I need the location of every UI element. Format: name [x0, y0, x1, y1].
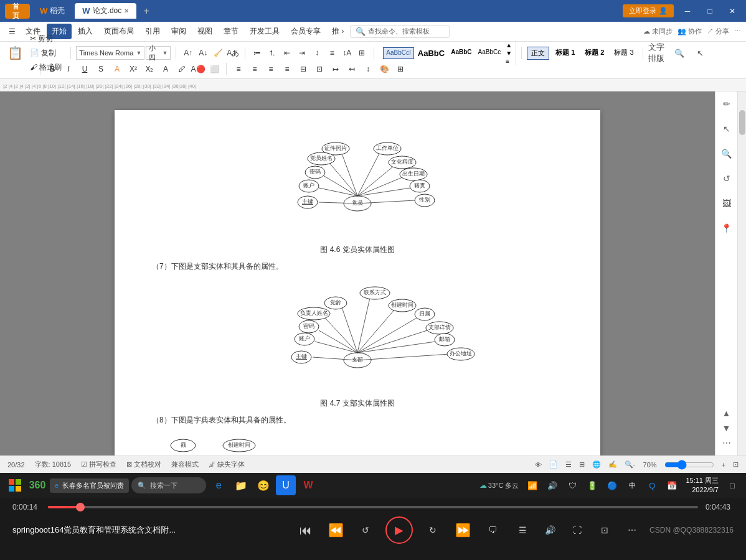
- taskbar-360-icon[interactable]: 360: [27, 475, 47, 495]
- align-center-btn[interactable]: ≡: [248, 62, 262, 76]
- menu-push[interactable]: 推 ›: [327, 24, 349, 39]
- indent-right-btn[interactable]: ⇥: [295, 46, 309, 60]
- font-larger-btn[interactable]: A↑: [181, 46, 195, 60]
- tab-doc[interactable]: W 论文.doc ✕: [75, 3, 136, 19]
- indent-left-btn[interactable]: ⇤: [280, 46, 294, 60]
- pip-btn[interactable]: ⊡: [595, 520, 615, 540]
- copy-btn[interactable]: 📄 复制: [26, 47, 65, 60]
- fast-forward-btn[interactable]: ⏩: [453, 520, 473, 540]
- menu-insert[interactable]: 插入: [73, 24, 98, 39]
- network-icon[interactable]: 📶: [524, 477, 541, 494]
- page-layout-icon[interactable]: ⊞: [579, 460, 585, 469]
- right-image-icon[interactable]: 🖼: [719, 196, 734, 211]
- cut-btn[interactable]: ✂ 剪切: [26, 32, 65, 45]
- style-h2[interactable]: 标题 2: [581, 47, 608, 60]
- styles-up-btn[interactable]: ▲: [506, 42, 512, 49]
- login-button[interactable]: 立即登录 👤: [623, 4, 674, 17]
- tab-wps[interactable]: W 稻壳: [32, 3, 72, 19]
- italic-btn[interactable]: I: [62, 62, 75, 76]
- menu-ref[interactable]: 引用: [140, 24, 165, 39]
- doc-check[interactable]: ⊠ 文档校对: [126, 460, 161, 469]
- close-btn[interactable]: ✕: [724, 2, 741, 20]
- right-edit-icon[interactable]: ✏: [719, 96, 734, 111]
- underline-btn[interactable]: U: [78, 62, 92, 76]
- taskbar-folder-icon[interactable]: 📁: [231, 475, 251, 495]
- fit-page-icon[interactable]: ⊡: [733, 460, 739, 469]
- bold-btn[interactable]: B: [45, 62, 59, 76]
- style-h1[interactable]: 标题 1: [552, 47, 578, 60]
- outline-icon[interactable]: ☰: [565, 460, 572, 469]
- superscript-btn[interactable]: X²: [126, 62, 140, 76]
- taskbar-emoji-icon[interactable]: 😊: [253, 475, 273, 495]
- subscript-btn[interactable]: X₂: [143, 62, 156, 76]
- clock[interactable]: 15:11 周三 2022/9/7: [686, 476, 719, 495]
- table-borders-btn[interactable]: ⊞: [394, 62, 407, 76]
- outdent-btn[interactable]: ↤: [345, 62, 359, 76]
- maximize-btn[interactable]: □: [701, 2, 719, 20]
- show-desktop-btn[interactable]: □: [724, 477, 741, 494]
- distribute-btn[interactable]: ⊟: [296, 62, 310, 76]
- right-more-icon[interactable]: ⋯: [719, 436, 734, 450]
- style-preview-area[interactable]: AaBbCcI AaBbC AaBbC AaBbCc: [383, 47, 503, 59]
- taskbar-search[interactable]: 🔍 搜索一下: [131, 477, 206, 493]
- meeting-icon[interactable]: 📅: [663, 477, 681, 494]
- font-smaller-btn[interactable]: A↓: [196, 46, 210, 60]
- subtitles-btn[interactable]: 🗨: [483, 520, 503, 540]
- pen-icon[interactable]: ✍: [608, 460, 617, 469]
- battery-icon[interactable]: 🔋: [583, 477, 601, 494]
- speaker-icon[interactable]: 🔊: [544, 477, 561, 494]
- start-btn[interactable]: [5, 475, 25, 495]
- sort-btn[interactable]: ↕A: [340, 46, 354, 60]
- loop-btn[interactable]: ↺: [356, 520, 375, 540]
- tab-home[interactable]: 首页: [5, 4, 30, 19]
- qq-icon[interactable]: Q: [643, 477, 661, 494]
- menu-view[interactable]: 视图: [192, 24, 217, 39]
- zoom-out-icon[interactable]: 🔍-: [625, 460, 636, 469]
- missing-font[interactable]: ㎌ 缺失字体: [209, 460, 245, 469]
- menu-member[interactable]: 会员专享: [286, 24, 326, 39]
- speed-btn[interactable]: ↻: [423, 520, 443, 540]
- menu-review[interactable]: 审阅: [166, 24, 191, 39]
- color-btn[interactable]: A: [110, 62, 124, 76]
- line-spacing-btn[interactable]: ↕: [310, 46, 324, 60]
- right-scroll-up[interactable]: ▲: [719, 406, 734, 421]
- paste-btn[interactable]: 📋: [5, 43, 25, 63]
- highlight-btn[interactable]: 🖊: [175, 62, 189, 76]
- zoom-slider[interactable]: [664, 460, 714, 470]
- skip-back-btn[interactable]: ⏮: [296, 520, 316, 540]
- volume-btn[interactable]: 🔊: [540, 520, 560, 540]
- tab-close-btn[interactable]: ✕: [124, 7, 129, 14]
- fullscreen-btn[interactable]: ⛶: [567, 520, 587, 540]
- right-search2-icon[interactable]: 🔍: [719, 146, 734, 161]
- more-menu-btn[interactable]: ⋯: [734, 27, 741, 35]
- styles-down-btn[interactable]: ▼: [506, 50, 512, 57]
- command-search[interactable]: 🔍 查找命令、搜索模板: [350, 25, 450, 38]
- collab-btn[interactable]: 👥 协作: [678, 27, 702, 36]
- font-size-dropdown[interactable]: 小四 ▼: [146, 46, 171, 60]
- select-btn[interactable]: ↖: [691, 43, 711, 63]
- style-normal[interactable]: 正文: [527, 47, 549, 60]
- columns-btn[interactable]: ⊡: [313, 62, 326, 76]
- security-icon[interactable]: 🛡: [564, 477, 581, 494]
- playlist-btn[interactable]: ☰: [512, 520, 532, 540]
- web-view-icon[interactable]: 🌐: [592, 460, 601, 469]
- align-right-btn[interactable]: ≡: [264, 62, 278, 76]
- spell-check[interactable]: ☑ 拼写检查: [81, 460, 116, 469]
- taskbar-red-w-icon[interactable]: W: [298, 475, 318, 495]
- bluetooth-icon[interactable]: 🔵: [603, 477, 621, 494]
- right-cursor-icon[interactable]: ↖: [719, 121, 734, 136]
- share-btn[interactable]: ↗ 分享: [707, 27, 729, 36]
- add-tab-btn[interactable]: +: [139, 4, 154, 19]
- taskbar-ie-icon[interactable]: e: [209, 475, 229, 495]
- indent-btn[interactable]: ↦: [329, 62, 342, 76]
- clear-format-btn[interactable]: 🧹: [211, 46, 225, 60]
- paragraph-spacing-btn[interactable]: ↕: [361, 62, 375, 76]
- char-color-btn[interactable]: A: [159, 62, 172, 76]
- page-view-icon[interactable]: 📄: [549, 460, 558, 469]
- menu-layout[interactable]: 页面布局: [99, 24, 139, 39]
- menu-dev[interactable]: 开发工具: [245, 24, 285, 39]
- sync-btn[interactable]: ☁ 未同步: [643, 27, 673, 36]
- chinese-input-icon[interactable]: 中: [623, 477, 641, 494]
- number-list-btn[interactable]: ⒈: [265, 46, 279, 60]
- borders-btn[interactable]: ⊞: [355, 46, 369, 60]
